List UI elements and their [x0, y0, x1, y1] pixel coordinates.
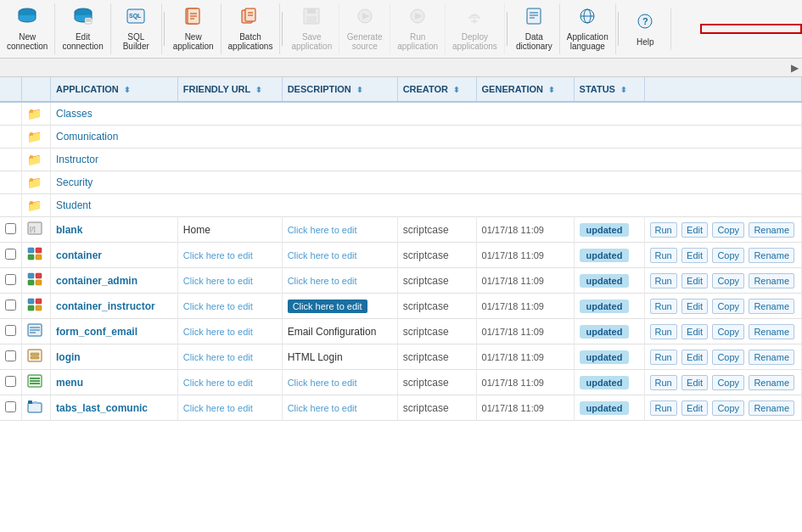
run-button[interactable]: Run	[650, 400, 677, 416]
th-status[interactable]: STATUS ⬍	[574, 77, 644, 102]
row-checkbox[interactable]	[5, 350, 16, 361]
svg-text:[/]: [/]	[30, 225, 36, 232]
description-click-edit[interactable]: Click here to edit	[288, 378, 357, 388]
row-checkbox-cell[interactable]	[0, 344, 22, 370]
copy-button[interactable]: Copy	[712, 324, 744, 339]
folder-name[interactable]: Security	[51, 171, 802, 194]
copy-button[interactable]: Copy	[712, 273, 744, 288]
app-type-icon	[27, 251, 42, 263]
description-click-edit[interactable]: Click here to edit	[288, 403, 357, 413]
th-generation[interactable]: GENERATION ⬍	[476, 77, 574, 102]
svg-rect-37	[36, 248, 42, 253]
description-click-edit[interactable]: Click here to edit	[288, 276, 357, 286]
folder-name[interactable]: Student	[51, 194, 802, 217]
table-header: APPLICATION ⬍ FRIENDLY URL ⬍ DESCRIPTION…	[0, 77, 802, 102]
row-checkbox-cell[interactable]	[0, 319, 22, 344]
edit-button[interactable]: Edit	[681, 222, 708, 238]
edit-button[interactable]: Edit	[681, 248, 708, 263]
edit-button[interactable]: Edit	[681, 299, 708, 314]
app-name[interactable]: login	[56, 351, 81, 363]
app-name[interactable]: container_admin	[56, 275, 137, 287]
th-creator[interactable]: CREATOR ⬍	[397, 77, 476, 102]
app-name[interactable]: blank	[56, 224, 82, 236]
app-name[interactable]: container	[56, 249, 102, 261]
folder-name[interactable]: Instructor	[51, 148, 802, 171]
toolbar-help[interactable]: ? Help	[620, 8, 671, 50]
th-friendly-url[interactable]: FRIENDLY URL ⬍	[177, 77, 282, 102]
rename-button[interactable]: Rename	[749, 400, 794, 416]
row-checkbox-cell[interactable]	[0, 395, 22, 421]
folder-icon-cell: 📁	[22, 194, 51, 217]
edit-button[interactable]: Edit	[681, 400, 708, 416]
copy-button[interactable]: Copy	[712, 375, 744, 390]
rename-button[interactable]: Rename	[749, 375, 794, 390]
copy-button[interactable]: Copy	[712, 248, 744, 263]
row-checkbox[interactable]	[5, 300, 16, 311]
friendly-url-click-edit[interactable]: Click here to edit	[183, 301, 253, 311]
toolbar-data-dictionary[interactable]: Data dictionary	[509, 3, 560, 54]
rename-button[interactable]: Rename	[749, 222, 794, 238]
copy-button[interactable]: Copy	[712, 350, 744, 365]
rename-button[interactable]: Rename	[749, 299, 794, 314]
row-checkbox-cell[interactable]	[0, 294, 22, 319]
friendly-url-click-edit[interactable]: Click here to edit	[183, 378, 253, 388]
app-name[interactable]: container_instructor	[56, 300, 155, 312]
copy-button[interactable]: Copy	[712, 299, 744, 314]
row-checkbox-cell[interactable]	[0, 370, 22, 395]
row-checkbox[interactable]	[5, 376, 16, 387]
row-checkbox[interactable]	[5, 325, 16, 336]
run-button[interactable]: Run	[650, 324, 677, 339]
collapse-arrow-icon[interactable]: ▶	[791, 62, 799, 74]
toolbar-batch-applications[interactable]: Batch applications	[222, 3, 281, 54]
friendly-url-click-edit[interactable]: Click here to edit	[183, 403, 253, 413]
edit-button[interactable]: Edit	[681, 350, 708, 365]
th-application[interactable]: APPLICATION ⬍	[51, 77, 178, 102]
status-badge: updated	[580, 376, 630, 389]
edit-button[interactable]: Edit	[681, 375, 708, 390]
toolbar-new-application[interactable]: New application	[166, 3, 222, 54]
row-checkbox-cell[interactable]	[0, 217, 22, 243]
edit-button[interactable]: Edit	[681, 273, 708, 288]
row-checkbox-cell[interactable]	[0, 268, 22, 294]
app-name-cell: form_conf_email	[51, 319, 178, 344]
description-highlighted[interactable]: Click here to edit	[288, 300, 367, 313]
rename-button[interactable]: Rename	[749, 350, 794, 365]
friendly-url-click-edit[interactable]: Click here to edit	[183, 327, 253, 337]
row-checkbox-cell[interactable]	[0, 243, 22, 268]
row-checkbox[interactable]	[5, 274, 16, 285]
run-button[interactable]: Run	[650, 273, 677, 288]
app-name[interactable]: tabs_last_comunic	[56, 402, 148, 414]
table-body: 📁 Classes 📁 Comunication 📁 Instructor 📁 …	[0, 102, 802, 421]
app-name[interactable]: menu	[56, 377, 83, 389]
description-click-edit[interactable]: Click here to edit	[288, 225, 357, 235]
folder-name[interactable]: Comunication	[51, 126, 802, 148]
run-button[interactable]: Run	[650, 299, 677, 314]
app-name[interactable]: form_conf_email	[56, 326, 137, 338]
copy-button[interactable]: Copy	[712, 400, 744, 416]
toolbar-sql-builder[interactable]: SQL SQL Builder	[111, 3, 162, 54]
friendly-url-click-edit[interactable]: Click here to edit	[183, 276, 253, 286]
rename-button[interactable]: Rename	[749, 273, 794, 288]
folder-name[interactable]: Classes	[51, 102, 802, 126]
row-checkbox[interactable]	[5, 401, 16, 412]
run-button[interactable]: Run	[650, 350, 677, 365]
svg-rect-45	[36, 299, 42, 304]
copy-button[interactable]: Copy	[712, 222, 744, 238]
friendly-url-click-edit[interactable]: Click here to edit	[183, 352, 253, 362]
friendly-url-click-edit[interactable]: Click here to edit	[183, 250, 253, 260]
toolbar-edit-connection[interactable]: Edit connection	[55, 3, 110, 54]
folder-row: 📁 Security	[0, 171, 802, 194]
rename-button[interactable]: Rename	[749, 248, 794, 263]
run-button[interactable]: Run	[650, 222, 677, 238]
row-checkbox[interactable]	[5, 223, 16, 234]
applications-table: APPLICATION ⬍ FRIENDLY URL ⬍ DESCRIPTION…	[0, 77, 802, 421]
edit-button[interactable]: Edit	[681, 324, 708, 339]
toolbar-new-connection[interactable]: New connection	[0, 3, 55, 54]
run-button[interactable]: Run	[650, 248, 677, 263]
description-click-edit[interactable]: Click here to edit	[288, 250, 357, 260]
th-description[interactable]: DESCRIPTION ⬍	[282, 77, 397, 102]
toolbar-application-language[interactable]: Application language	[560, 3, 616, 54]
row-checkbox[interactable]	[5, 249, 16, 260]
rename-button[interactable]: Rename	[749, 324, 794, 339]
run-button[interactable]: Run	[650, 375, 677, 390]
